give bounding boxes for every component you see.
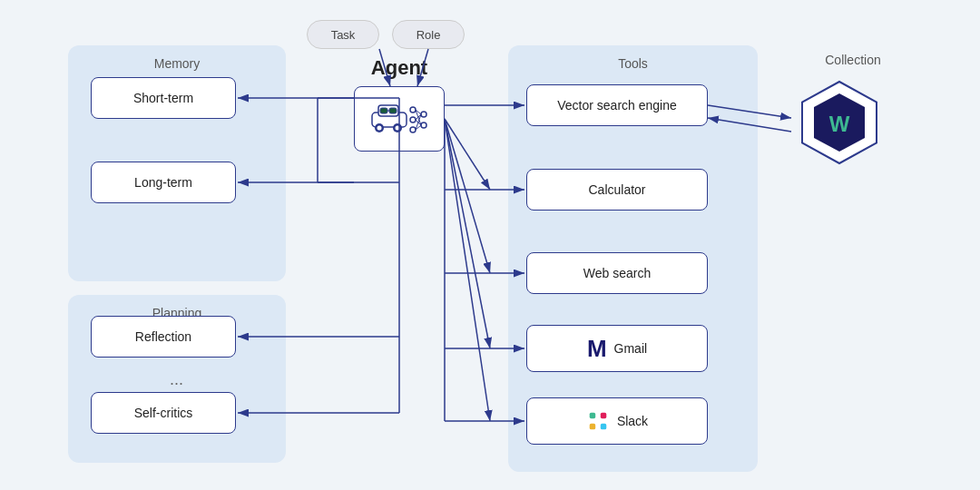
diagram-container: Memory Planning Tools Task Role Agent	[0, 0, 980, 490]
svg-line-33	[445, 119, 490, 421]
calculator-box: Calculator	[526, 169, 708, 211]
svg-rect-23	[601, 424, 607, 430]
svg-rect-20	[590, 413, 596, 419]
hexagon-svg: W	[794, 77, 885, 168]
slack-icon	[586, 409, 610, 433]
tools-panel-label: Tools	[618, 56, 648, 71]
gmail-label: Gmail	[614, 341, 648, 356]
role-pill[interactable]: Role	[392, 20, 465, 49]
agent-icon	[368, 96, 431, 142]
short-term-box: Short-term	[91, 77, 236, 119]
svg-point-11	[410, 127, 416, 132]
self-critics-box: Self-critics	[91, 392, 236, 434]
svg-rect-21	[601, 413, 607, 419]
svg-point-10	[410, 117, 416, 122]
svg-point-3	[377, 126, 382, 131]
slack-label: Slack	[617, 414, 648, 428]
self-critics-label: Self-critics	[134, 406, 193, 420]
svg-rect-6	[380, 108, 387, 113]
svg-point-9	[410, 107, 416, 113]
agent-title: Agent	[358, 56, 440, 80]
svg-point-5	[396, 126, 400, 131]
svg-line-31	[445, 119, 490, 273]
svg-rect-22	[590, 424, 596, 430]
memory-panel-label: Memory	[154, 56, 201, 71]
svg-point-12	[421, 112, 426, 117]
svg-line-30	[445, 119, 490, 190]
vector-search-box: Vector search engine	[526, 84, 708, 126]
long-term-label: Long-term	[134, 175, 192, 190]
gmail-icon: M	[587, 335, 607, 363]
reflection-box: Reflection	[91, 316, 236, 358]
svg-line-32	[445, 119, 490, 348]
task-label: Task	[331, 28, 356, 42]
long-term-box: Long-term	[91, 162, 236, 203]
dots-label: ...	[170, 370, 183, 389]
svg-text:W: W	[829, 112, 850, 136]
agent-box	[354, 86, 445, 152]
collection-label: Collection	[808, 53, 898, 67]
collection-hexagon: W	[794, 77, 885, 168]
task-pill[interactable]: Task	[307, 20, 379, 49]
vector-search-label: Vector search engine	[557, 98, 677, 113]
svg-rect-7	[389, 108, 397, 113]
svg-point-13	[421, 122, 426, 128]
calculator-label: Calculator	[588, 182, 645, 197]
web-search-label: Web search	[583, 266, 651, 280]
slack-box: Slack	[526, 397, 708, 445]
web-search-box: Web search	[526, 252, 708, 294]
gmail-box: M Gmail	[526, 325, 708, 372]
role-label: Role	[416, 28, 441, 42]
short-term-label: Short-term	[133, 91, 193, 105]
reflection-label: Reflection	[135, 329, 191, 344]
